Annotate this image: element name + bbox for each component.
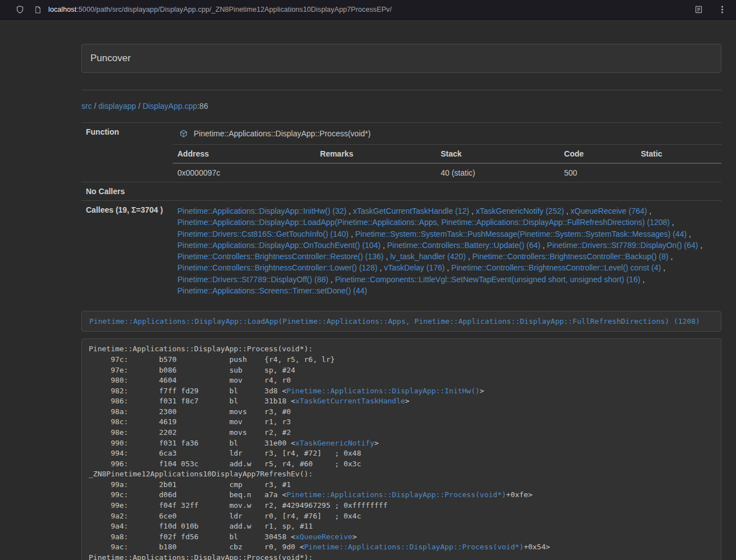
callee-separator: , (346, 206, 353, 215)
callee-separator: , (469, 206, 476, 215)
callee-separator: , (349, 229, 355, 238)
callee-separator: , (669, 252, 673, 261)
reader-mode-icon[interactable] (692, 3, 705, 16)
callee-link[interactable]: Pinetime::Applications::DisplayApp::OnTo… (177, 241, 381, 250)
url-text: localhost:5000/path/src/displayapp/Displ… (48, 6, 392, 13)
callee-link[interactable]: xQueueReceive (764) (570, 206, 647, 215)
disassembly-line: 9a2: 6ce0 ldr r0, [r4, #76] ; 0x4c (89, 511, 714, 522)
kebab-menu-icon[interactable] (716, 3, 728, 16)
disassembly-line: 99a: 2b01 cmp r3, #1 (89, 480, 714, 490)
callee-link[interactable]: xTaskGenericNotify (252) (476, 206, 564, 215)
callee-separator: , (445, 263, 451, 272)
callee-separator: , (381, 241, 387, 250)
breadcrumb-link[interactable]: src (81, 102, 92, 111)
callee-link[interactable]: Pinetime::Controllers::BrightnessControl… (177, 252, 383, 261)
callees-label: Callees (19, Σ=3704 ) (81, 201, 173, 301)
disassembly-line: _ZN8Pinetime12Applications10DisplayApp7R… (89, 469, 714, 480)
app-header-panel: Puncover (81, 44, 721, 73)
breadcrumb-line-number: :86 (197, 102, 208, 111)
callee-separator: , (328, 275, 335, 284)
divider (81, 90, 721, 90)
disassembly-line: 996: f104 053c add.w r5, r4, #60 ; 0x3c (89, 459, 714, 470)
callee-link[interactable]: Pinetime::Controllers::Battery::Update()… (387, 241, 541, 250)
callee-link[interactable]: Pinetime::Applications::Screens::Timer::… (177, 286, 367, 295)
disassembly-line: 980: 4604 mov r4, r0 (89, 375, 714, 386)
callee-link[interactable]: Pinetime::Applications::DisplayApp::Init… (177, 206, 346, 215)
callee-separator: , (670, 218, 674, 227)
details-row: 0x0000097c 40 (static) 500 (173, 163, 721, 182)
browser-toolbar: localhost:5000/path/src/displayapp/Displ… (0, 0, 736, 20)
url-host: localhost (48, 6, 76, 13)
callee-link[interactable]: Pinetime::Controllers::BrightnessControl… (451, 263, 661, 272)
app-title: Puncover (90, 53, 131, 63)
selected-symbol-link[interactable]: Pinetime::Applications::DisplayApp::Load… (89, 317, 700, 325)
page-container: Puncover src / displayapp / DisplayApp.c… (81, 44, 721, 560)
disassembly-block: Pinetime::Applications::DisplayApp::Proc… (81, 338, 721, 560)
col-remarks: Remarks (316, 145, 436, 164)
callee-separator: , (698, 241, 703, 250)
code-value: 500 (560, 163, 637, 182)
static-value (637, 163, 721, 182)
symbol-table: Function Pinetime::Applications::Display… (81, 122, 721, 301)
callee-link[interactable]: Pinetime::Drivers::Cst816S::GetTouchInfo… (177, 229, 349, 238)
disassembly-line: 9a4: f10d 010b add.w r1, sp, #11 (89, 521, 714, 532)
callee-separator: , (687, 229, 691, 238)
callee-link[interactable]: xTaskGetCurrentTaskHandle (12) (353, 206, 469, 215)
url-bar[interactable]: localhost:5000/path/src/displayapp/Displ… (31, 3, 692, 16)
no-callers-label: No Callers (81, 182, 173, 201)
disassembly-line: 9a8: f02f fd56 bl 30458 <xQueueReceive> (89, 532, 714, 543)
callee-separator: , (661, 263, 665, 272)
symbol-link[interactable]: xQueueReceive (295, 533, 353, 541)
col-static: Static (637, 145, 721, 164)
callee-link[interactable]: Pinetime::Controllers::BrightnessControl… (472, 252, 668, 261)
selected-symbol-panel: Pinetime::Applications::DisplayApp::Load… (81, 311, 721, 332)
disassembly-line: 98c: 4619 mov r1, r3 (89, 417, 714, 428)
function-name: Pinetime::Applications::DisplayApp::Proc… (194, 129, 371, 138)
callee-separator: , (377, 263, 384, 272)
no-callers-value (173, 182, 721, 201)
callee-link[interactable]: Pinetime::Applications::DisplayApp::Load… (177, 218, 670, 227)
callee-link[interactable]: lv_task_handler (420) (390, 252, 466, 261)
callee-separator: , (541, 241, 547, 250)
symbol-link[interactable]: Pinetime::Applications::DisplayApp::Proc… (304, 543, 524, 551)
disassembly-line: 986: f031 f8c7 bl 31b18 <xTaskGetCurrent… (89, 396, 714, 407)
col-address: Address (173, 145, 316, 164)
callee-link[interactable]: Pinetime::Drivers::St7789::DisplayOn() (… (547, 241, 698, 250)
shield-icon[interactable] (13, 3, 26, 16)
callee-link[interactable]: Pinetime::Drivers::St7789::DisplayOff() … (177, 275, 328, 284)
callee-separator: , (647, 206, 651, 215)
col-stack: Stack (436, 145, 560, 164)
disassembly-line: Pinetime::Applications::DisplayApp::Proc… (89, 344, 714, 355)
callee-link[interactable]: Pinetime::Components::LittleVgl::SetNewT… (335, 275, 641, 284)
disassembly-line: 99c: d06d beq.n a7a <Pinetime::Applicati… (89, 490, 714, 501)
page-icon (31, 3, 44, 16)
symbol-link[interactable]: Pinetime::Applications::DisplayApp::Init… (286, 387, 479, 395)
symbol-link[interactable]: xTaskGetCurrentTaskHandle (295, 397, 405, 405)
disassembly-line: 994: 6ca3 ldr r3, [r4, #72] ; 0x48 (89, 448, 714, 459)
callees-list: Pinetime::Applications::DisplayApp::Init… (173, 201, 721, 301)
disassembly-line: 990: f031 fa36 bl 31e00 <xTaskGenericNot… (89, 438, 714, 449)
no-callers-row: No Callers (81, 182, 721, 201)
symbol-link[interactable]: xTaskGenericNotify (295, 439, 374, 447)
breadcrumb-link[interactable]: DisplayApp.cpp (143, 102, 197, 111)
function-label: Function (81, 123, 173, 182)
callee-separator: , (641, 275, 645, 284)
symbol-cube-icon (177, 127, 190, 140)
disassembly-line: 97e: b086 sub sp, #24 (89, 365, 714, 376)
disassembly-line: 99e: f04f 32ff mov.w r2, #4294967295 ; 0… (89, 501, 714, 511)
breadcrumb-separator: / (92, 102, 99, 111)
function-row: Function Pinetime::Applications::Display… (81, 123, 721, 182)
breadcrumb-link[interactable]: displayapp (98, 102, 136, 111)
disassembly-line: Pinetime::Applications::DisplayApp::Proc… (89, 553, 714, 560)
symbol-link[interactable]: Pinetime::Applications::DisplayApp::Proc… (286, 490, 506, 499)
address-value: 0x0000097c (173, 163, 316, 182)
disassembly-line: 982: f7ff fd29 bl 3d8 <Pinetime::Applica… (89, 386, 714, 397)
callees-row: Callees (19, Σ=3704 ) Pinetime::Applicat… (81, 201, 721, 301)
callee-link[interactable]: vTaskDelay (176) (384, 263, 445, 272)
callee-link[interactable]: Pinetime::System::SystemTask::PushMessag… (355, 229, 687, 238)
breadcrumb-separator: / (136, 102, 143, 111)
remarks-value (316, 163, 436, 182)
callee-link[interactable]: Pinetime::Controllers::BrightnessControl… (177, 263, 377, 272)
disassembly-line: 98a: 2300 movs r3, #0 (89, 407, 714, 417)
function-details-table: Address Remarks Stack Code Static 0x0000… (173, 144, 721, 182)
